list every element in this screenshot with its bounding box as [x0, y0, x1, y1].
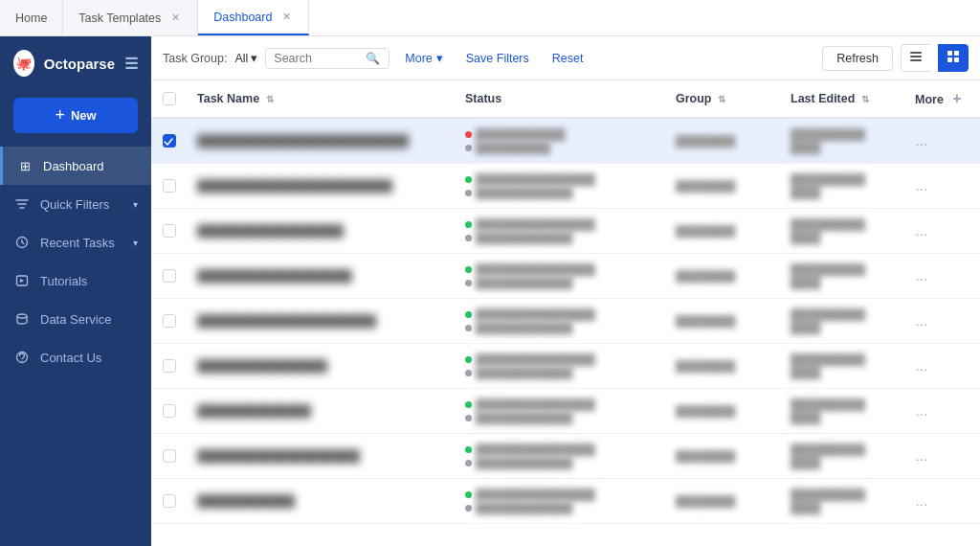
new-button-plus-icon: + — [55, 105, 65, 125]
sidebar-item-tutorials[interactable]: Tutorials — [0, 262, 151, 300]
row-checkbox[interactable] — [163, 314, 176, 328]
last-edited-sort-icon: ⇅ — [861, 94, 869, 104]
refresh-button[interactable]: Refresh — [822, 46, 893, 71]
status-text: ████████████████ — [476, 444, 595, 455]
row-checkbox[interactable] — [163, 359, 176, 373]
row-more-icon[interactable]: … — [915, 448, 928, 464]
col-task-name-label: Task Name — [197, 92, 259, 105]
table-row[interactable]: ██████████████████████ ████████████████ … — [151, 299, 980, 344]
status-cell: ████████████████ █████████████ — [465, 398, 653, 423]
view-list-button[interactable] — [901, 44, 930, 72]
group-cell: ████████ — [676, 450, 735, 462]
svg-rect-7 — [910, 59, 922, 61]
sidebar-item-quick-filters-label: Quick Filters — [40, 197, 109, 212]
reset-label: Reset — [552, 52, 584, 65]
row-more-icon[interactable]: … — [915, 493, 928, 509]
group-cell: ████████ — [676, 405, 735, 417]
tutorials-icon — [13, 272, 31, 289]
sidebar-item-dashboard-label: Dashboard — [43, 159, 104, 173]
refresh-label: Refresh — [836, 52, 879, 65]
tab-task-templates-close[interactable]: ✕ — [168, 11, 182, 25]
row-more-icon[interactable]: … — [915, 178, 928, 193]
status-cell: ████████████ ██████████ — [465, 128, 653, 153]
hamburger-icon[interactable]: ☰ — [124, 55, 138, 73]
status-dot-icon — [465, 460, 472, 466]
row-more-icon[interactable]: … — [915, 358, 928, 374]
table-row[interactable]: ████████████ ████████████████ ██████████… — [151, 479, 980, 524]
table-row[interactable]: ██████████████ ████████████████ ████████… — [151, 389, 980, 434]
task-name-cell: ██████████████████ — [197, 224, 344, 238]
status-cell: ████████████████ █████████████ — [465, 218, 653, 243]
tab-dashboard-label: Dashboard — [213, 11, 272, 24]
search-input[interactable] — [274, 52, 360, 65]
last-edited-cell: ██████████████ — [791, 398, 865, 423]
last-edited-cell: ██████████████ — [791, 218, 865, 243]
group-cell: ████████ — [676, 495, 735, 507]
row-checkbox[interactable] — [163, 269, 176, 283]
col-group-label: Group — [676, 92, 712, 105]
add-column-icon[interactable]: + — [952, 90, 961, 106]
table-row[interactable]: ████████████████████████ ███████████████… — [151, 164, 980, 209]
status-sub-text: █████████████ — [476, 502, 572, 513]
last-edited-cell: ██████████████ — [791, 489, 865, 513]
status-sub-text: █████████████ — [476, 322, 572, 333]
row-checkbox[interactable] — [163, 494, 176, 508]
last-edited-cell: ██████████████ — [791, 263, 865, 288]
status-cell: ████████████████ █████████████ — [465, 263, 653, 288]
row-more-icon[interactable]: … — [915, 223, 928, 239]
dashboard-icon: ⊞ — [16, 157, 33, 174]
col-last-edited[interactable]: Last Edited ⇅ — [779, 80, 903, 118]
last-edited-cell: ██████████████ — [791, 128, 865, 153]
row-checkbox[interactable] — [163, 449, 176, 463]
status-sub-text: █████████████ — [476, 187, 572, 198]
recent-tasks-icon — [13, 234, 31, 251]
select-all-checkbox[interactable] — [163, 92, 176, 105]
sidebar-item-tutorials-label: Tutorials — [40, 274, 87, 288]
status-dot-icon — [465, 221, 472, 228]
sidebar-item-data-service[interactable]: Data Service — [0, 300, 151, 338]
sidebar-item-contact-us[interactable]: Contact Us — [0, 338, 151, 376]
table-row[interactable]: ████████████████████ ████████████████ ██… — [151, 434, 980, 479]
row-more-icon[interactable]: … — [915, 268, 928, 284]
tab-dashboard[interactable]: Dashboard ✕ — [198, 0, 309, 35]
row-more-icon[interactable]: … — [915, 133, 928, 148]
row-more-icon[interactable]: … — [915, 403, 928, 419]
more-filter-button[interactable]: More ▾ — [397, 47, 450, 69]
table-row[interactable]: ███████████████████ ████████████████ ███… — [151, 254, 980, 299]
task-group-chevron-icon: ▾ — [251, 51, 257, 65]
col-checkbox — [151, 80, 186, 118]
sidebar-item-recent-tasks[interactable]: Recent Tasks ▾ — [0, 223, 151, 262]
new-button[interactable]: + New — [13, 98, 138, 133]
tab-task-templates[interactable]: Task Templates ✕ — [63, 0, 198, 35]
view-grid-button[interactable] — [938, 44, 969, 72]
status-cell: ████████████████ █████████████ — [465, 173, 653, 198]
tab-dashboard-close[interactable]: ✕ — [279, 11, 293, 24]
row-checkbox[interactable] — [163, 224, 176, 238]
table-row[interactable]: ████████████████ ████████████████ ██████… — [151, 344, 980, 389]
save-filters-button[interactable]: Save Filters — [458, 48, 537, 69]
sidebar-item-dashboard[interactable]: ⊞ Dashboard — [0, 147, 151, 185]
col-group[interactable]: Group ⇅ — [664, 80, 779, 118]
col-status: Status — [454, 80, 664, 118]
reset-button[interactable]: Reset — [545, 48, 591, 69]
search-box: 🔍 — [265, 48, 390, 69]
row-checkbox[interactable] — [163, 134, 176, 148]
task-group-select[interactable]: All ▾ — [234, 51, 257, 65]
status-dot-icon — [465, 131, 472, 138]
task-name-cell: ██████████████ — [197, 404, 311, 418]
status-dot-icon — [465, 370, 472, 376]
group-cell: ████████ — [676, 180, 735, 192]
sidebar-nav: ⊞ Dashboard Quick Filters ▾ Recent Tasks… — [0, 147, 151, 546]
tab-home[interactable]: Home — [0, 0, 63, 35]
table-row[interactable]: ██████████████████████████ ████████████ … — [151, 118, 980, 164]
task-table: Task Name ⇅ Status Group ⇅ Last Edited — [151, 80, 980, 524]
quick-filters-chevron-icon: ▾ — [133, 199, 138, 210]
status-sub-text: █████████████ — [476, 412, 572, 423]
row-more-icon[interactable]: … — [915, 313, 928, 329]
row-checkbox[interactable] — [163, 404, 176, 418]
col-task-name[interactable]: Task Name ⇅ — [186, 80, 454, 118]
sidebar-item-quick-filters[interactable]: Quick Filters ▾ — [0, 185, 151, 223]
table-row[interactable]: ██████████████████ ████████████████ ████… — [151, 209, 980, 254]
tab-task-templates-label: Task Templates — [78, 11, 161, 25]
row-checkbox[interactable] — [163, 179, 176, 193]
